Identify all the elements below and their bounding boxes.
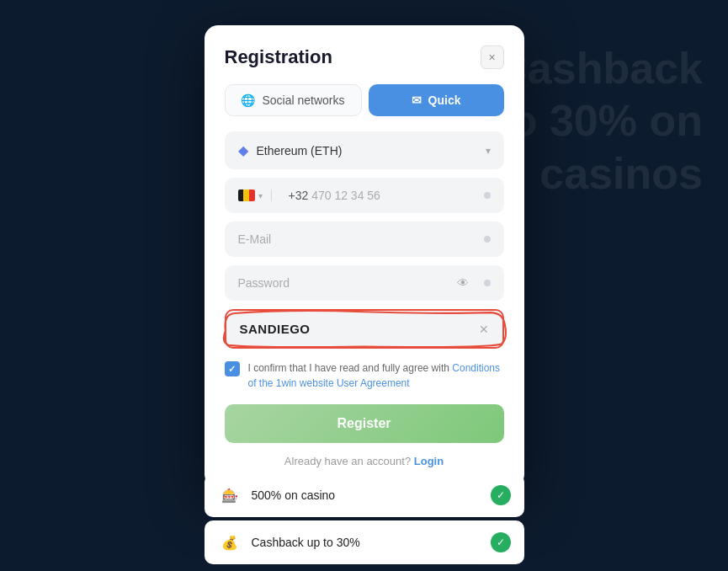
country-selector[interactable]: ▾ xyxy=(238,189,272,201)
promo-card-casino: 🎰 500% on casino ✓ xyxy=(205,473,524,517)
email-placeholder: E-Mail xyxy=(238,232,476,246)
terms-checkbox-row: I confirm that I have read and fully agr… xyxy=(225,360,504,391)
tab-row: 🌐 Social networks ✉ Quick xyxy=(225,84,504,116)
phone-number: +32 470 12 34 56 xyxy=(280,189,476,202)
casino-icon: 🎰 xyxy=(218,483,242,507)
registration-modal: Registration × 🌐 Social networks ✉ Quick… xyxy=(205,25,524,488)
required-dot xyxy=(484,236,491,243)
required-dot xyxy=(484,192,491,199)
login-link[interactable]: Login xyxy=(414,455,444,467)
clear-promo-button[interactable]: ✕ xyxy=(479,323,489,336)
promo-card-cashback: 💰 Cashback up to 30% ✓ xyxy=(205,520,524,564)
promo-code-field[interactable]: SANDIEGO ✕ xyxy=(225,309,504,349)
login-row: Already have an account? Login xyxy=(225,455,504,467)
chevron-down-icon: ▾ xyxy=(258,191,263,200)
tab-social-networks[interactable]: 🌐 Social networks xyxy=(225,84,362,116)
tab-quick[interactable]: ✉ Quick xyxy=(369,84,504,116)
promo-code-value: SANDIEGO xyxy=(240,322,479,336)
currency-value: Ethereum (ETH) xyxy=(257,144,477,157)
currency-field[interactable]: ◆ Ethereum (ETH) ▾ xyxy=(225,131,504,169)
phone-field[interactable]: ▾ +32 470 12 34 56 xyxy=(225,178,504,213)
modal-overlay: Registration × 🌐 Social networks ✉ Quick… xyxy=(0,0,728,571)
modal-title: Registration xyxy=(225,46,332,68)
password-field[interactable]: Password 👁 xyxy=(225,265,504,301)
modal-header: Registration × xyxy=(225,45,504,69)
eth-icon: ◆ xyxy=(238,142,248,158)
promo-cards: 🎰 500% on casino ✓ 💰 Cashback up to 30% … xyxy=(205,473,524,564)
cashback-icon: 💰 xyxy=(218,531,242,554)
password-placeholder: Password xyxy=(238,276,449,290)
check-icon: ✓ xyxy=(491,532,511,552)
terms-label: I confirm that I have read and fully agr… xyxy=(248,360,504,391)
eye-icon: 👁 xyxy=(457,276,469,290)
social-icon: 🌐 xyxy=(241,93,255,107)
register-button[interactable]: Register xyxy=(225,404,504,443)
belgium-flag xyxy=(238,189,255,201)
envelope-icon: ✉ xyxy=(412,93,422,107)
check-icon: ✓ xyxy=(491,485,511,505)
promo-casino-text: 500% on casino xyxy=(252,488,481,502)
terms-checkbox[interactable] xyxy=(225,361,240,376)
promo-cashback-text: Cashback up to 30% xyxy=(252,536,481,549)
close-button[interactable]: × xyxy=(481,45,504,69)
email-field[interactable]: E-Mail xyxy=(225,221,504,257)
chevron-down-icon: ▾ xyxy=(486,145,491,157)
required-dot xyxy=(484,280,491,286)
